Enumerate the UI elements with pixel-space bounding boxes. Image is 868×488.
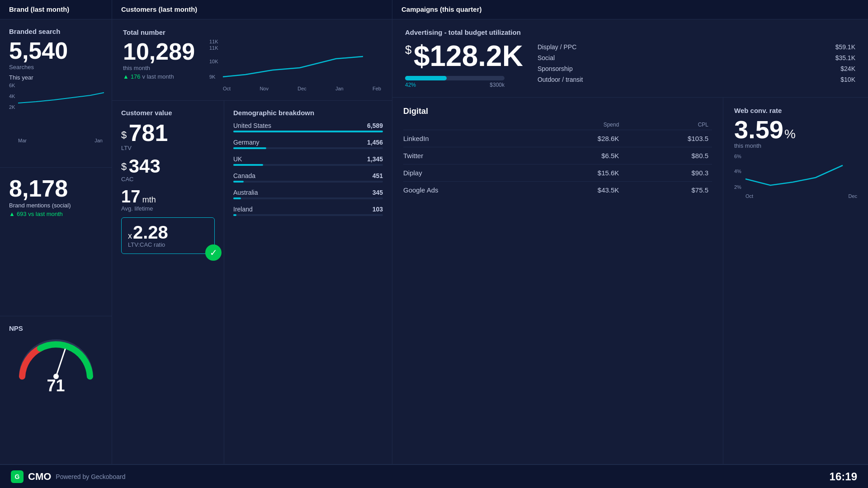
web-conv-value: 3.59 xyxy=(734,117,783,142)
digital-row-twitter: Twitter $6.5K $80.5 xyxy=(403,147,712,164)
avg-lifetime-unit: mth xyxy=(142,195,156,204)
ltv-display: $ 781 LTV xyxy=(121,121,215,151)
app-name: CMO xyxy=(28,471,51,483)
total-number-delta: ▲ 176 v last month xyxy=(123,73,195,80)
branded-search-chart: 6K 4K 2K Mar Jan xyxy=(9,83,103,143)
svg-text:11K: 11K xyxy=(209,45,218,51)
advertising-breakdown: Display / PPC $59.1K Social $35.1K Spons… xyxy=(538,42,855,85)
branded-search-card: Branded search 5,540 Searches This year … xyxy=(0,19,112,168)
demographic-card: Demographic breakdown United States 6,58… xyxy=(224,101,392,465)
clock: 16:19 xyxy=(830,470,857,483)
campaigns-section-header: Campaigns (this quarter) xyxy=(392,0,868,19)
svg-text:10K: 10K xyxy=(209,59,218,64)
demo-item-ca: Canada 451 xyxy=(233,172,383,183)
powered-by: Powered by Geckoboard xyxy=(56,473,125,480)
demo-item-de: Germany 1,456 xyxy=(233,139,383,149)
nps-title: NPS xyxy=(9,324,103,332)
total-number-label: this month xyxy=(123,65,195,71)
svg-text:9K: 9K xyxy=(209,74,216,80)
web-conv-value-display: 3.59 % xyxy=(734,117,857,142)
customer-value-title: Customer value xyxy=(121,109,215,117)
digital-card: Digital Spend CPL LinkedIn $28.6K xyxy=(392,98,723,465)
digital-title: Digital xyxy=(403,107,712,116)
advertising-progress: 42% $300k xyxy=(405,76,505,88)
cac-value: 343 xyxy=(129,155,160,177)
total-number-card: Total number 10,289 this month ▲ 176 v l… xyxy=(112,19,392,101)
branded-search-label: Searches xyxy=(9,64,103,70)
branded-search-title: Branded search xyxy=(9,28,103,35)
digital-row-linkedin: LinkedIn $28.6K $103.5 xyxy=(403,130,712,147)
digital-table: Spend CPL LinkedIn $28.6K $103.5 Twitter… xyxy=(403,120,712,198)
web-conv-chart: 6% 4% 2% Oct Dec xyxy=(734,153,857,199)
digital-row-google: Google Ads $43.5K $75.5 xyxy=(403,182,712,199)
web-conv-label: this month xyxy=(734,142,857,149)
brand-mentions-value: 8,178 xyxy=(9,176,103,202)
web-conv-card: Web conv. rate 3.59 % this month 6% 4% 2… xyxy=(723,98,868,465)
total-number-chart: 11K 11K 10K 9K Oct Nov Dec Jan xyxy=(209,39,381,91)
avg-lifetime-value: 17 xyxy=(121,187,140,206)
total-number-title: Total number xyxy=(123,28,381,36)
advertising-card: Advertising - total budget utilization $… xyxy=(392,19,868,98)
total-number-value: 10,289 xyxy=(123,39,195,65)
ltv-cac-label: LTV:CAC ratio xyxy=(128,241,208,248)
nps-value: 71 xyxy=(47,376,65,395)
svg-text:6%: 6% xyxy=(734,154,741,159)
svg-text:4%: 4% xyxy=(734,169,741,174)
bottom-bar: G CMO Powered by Geckoboard 16:19 xyxy=(0,465,868,488)
customer-value-card: Customer value $ 781 LTV $ 343 CAC 17 mt… xyxy=(112,101,224,465)
demo-item-us: United States 6,589 xyxy=(233,122,383,132)
svg-text:2%: 2% xyxy=(734,184,741,190)
svg-text:0: 0 xyxy=(20,380,23,381)
demographic-list: United States 6,589 Germany 1,456 xyxy=(233,122,383,216)
advertising-title: Advertising - total budget utilization xyxy=(405,28,855,36)
branded-search-year: This year xyxy=(9,74,103,81)
brand-mentions-label: Brand mentions (social) xyxy=(9,202,103,209)
ltv-cac-ratio: 2.28 xyxy=(133,223,168,241)
svg-text:100: 100 xyxy=(88,380,96,381)
svg-line-0 xyxy=(56,349,65,376)
advertising-total: $ $128.2K xyxy=(405,42,523,70)
demo-item-au: Australia 345 xyxy=(233,189,383,199)
nps-card: NPS 0 100 71 xyxy=(0,316,112,465)
brand-section-header: Brand (last month) xyxy=(0,0,112,19)
ltv-value: 781 xyxy=(129,120,168,146)
geckoboard-logo: G xyxy=(11,470,24,483)
brand-mentions-delta: ▲ 693 vs last month xyxy=(9,211,103,217)
web-conv-unit: % xyxy=(784,127,796,141)
cac-display: $ 343 CAC xyxy=(121,157,215,183)
digital-row-display: Diplay $15.6K $90.3 xyxy=(403,164,712,182)
demo-item-uk: UK 1,345 xyxy=(233,155,383,166)
avg-lifetime-display: 17 mth Avg. lifetime xyxy=(121,188,215,212)
demographic-title: Demographic breakdown xyxy=(233,109,383,117)
demo-item-ie: Ireland 103 xyxy=(233,206,383,216)
ltv-cac-badge: ✓ xyxy=(205,244,222,261)
ltv-cac-box: x 2.28 LTV:CAC ratio ✓ xyxy=(121,217,215,254)
cac-label: CAC xyxy=(121,176,215,183)
branded-search-value: 5,540 xyxy=(9,38,103,64)
brand-mentions-card: 8,178 Brand mentions (social) ▲ 693 vs l… xyxy=(0,168,112,316)
avg-lifetime-label: Avg. lifetime xyxy=(121,205,215,212)
customers-section-header: Customers (last month) xyxy=(112,0,392,19)
web-conv-title: Web conv. rate xyxy=(734,107,857,114)
nps-gauge: 0 100 71 xyxy=(9,336,103,395)
